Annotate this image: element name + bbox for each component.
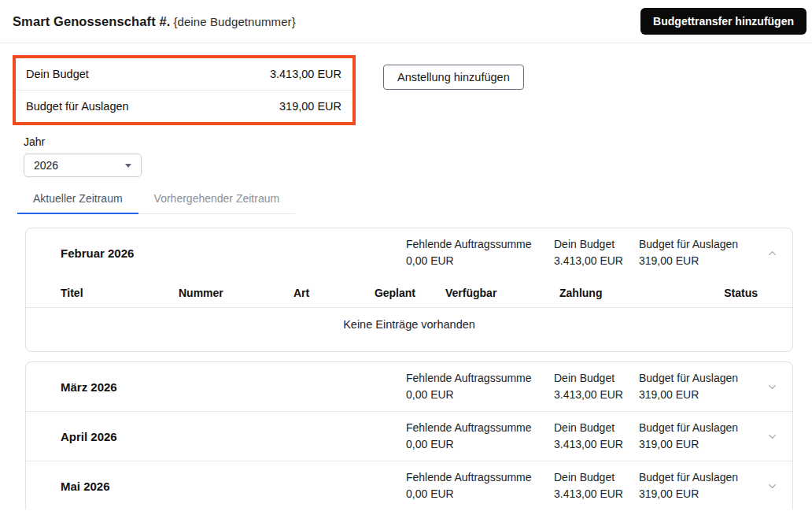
stat-dein-budget: Dein Budget 3.413,00 EUR xyxy=(554,236,626,269)
stat-dein-budget: Dein Budget 3.413,00 EUR xyxy=(554,420,626,453)
stat-value: 3.413,00 EUR xyxy=(554,486,626,502)
month-title: Mai 2026 xyxy=(61,480,110,493)
year-filter-label: Jahr xyxy=(24,135,812,148)
stat-value: 319,00 EUR xyxy=(639,436,757,453)
page-title: Smart Genossenschaft #.{deine Budgetnumm… xyxy=(13,14,296,29)
stat-budget-auslagen: Budget für Auslagen 319,00 EUR xyxy=(639,469,757,502)
month-row-mai[interactable]: Mai 2026 Fehlende Auftragssumme 0,00 EUR… xyxy=(26,461,792,509)
stat-value: 3.413,00 EUR xyxy=(554,387,626,403)
page-title-main: Smart Genossenschaft #. xyxy=(13,14,170,28)
collapsed-months-list: März 2026 Fehlende Auftragssumme 0,00 EU… xyxy=(25,361,793,509)
stat-value: 3.413,00 EUR xyxy=(554,253,626,269)
stat-label: Dein Budget xyxy=(554,236,626,253)
month-header[interactable]: Februar 2026 Fehlende Auftragssumme 0,00… xyxy=(26,228,792,277)
budget-row-dein-budget: Dein Budget 3.413,00 EUR xyxy=(16,58,352,90)
month-row-maerz[interactable]: März 2026 Fehlende Auftragssumme 0,00 EU… xyxy=(26,362,792,411)
month-title: April 2026 xyxy=(61,430,117,443)
column-header-art: Art xyxy=(293,280,337,307)
anstellung-hinzufuegen-button[interactable]: Anstellung hinzufügen xyxy=(383,65,524,90)
stat-label: Dein Budget xyxy=(554,469,626,486)
page-title-placeholder: {deine Budgetnummer} xyxy=(173,15,295,28)
chevron-down-icon[interactable] xyxy=(766,480,778,492)
tab-aktueller-zeitraum[interactable]: Aktueller Zeitraum xyxy=(17,185,138,213)
month-stats: Fehlende Auftragssumme 0,00 EUR Dein Bud… xyxy=(406,370,757,403)
main-content: Dein Budget 3.413,00 EUR Budget für Ausl… xyxy=(0,43,812,509)
stat-value: 3.413,00 EUR xyxy=(554,436,626,453)
column-header-geplant: Geplant xyxy=(337,280,415,307)
stat-dein-budget: Dein Budget 3.413,00 EUR xyxy=(554,370,626,403)
period-tabs: Aktueller Zeitraum Vorhergehender Zeitra… xyxy=(17,185,295,214)
budget-label: Dein Budget xyxy=(26,68,89,80)
stat-label: Budget für Auslagen xyxy=(639,370,757,387)
budget-row-auslagen: Budget für Auslagen 319,00 EUR xyxy=(16,90,352,122)
budget-summary-box-annotated: Dein Budget 3.413,00 EUR Budget für Ausl… xyxy=(13,55,356,125)
stat-value: 0,00 EUR xyxy=(406,486,541,502)
month-card-expanded: Februar 2026 Fehlende Auftragssumme 0,00… xyxy=(25,228,793,352)
month-stats: Fehlende Auftragssumme 0,00 EUR Dein Bud… xyxy=(406,420,757,453)
stat-fehlende-auftragssumme: Fehlende Auftragssumme 0,00 EUR xyxy=(406,469,541,502)
month-row-april[interactable]: April 2026 Fehlende Auftragssumme 0,00 E… xyxy=(26,411,792,461)
column-header-titel: Titel xyxy=(61,280,179,307)
budget-label: Budget für Auslagen xyxy=(26,100,129,113)
stat-fehlende-auftragssumme: Fehlende Auftragssumme 0,00 EUR xyxy=(406,370,541,403)
budget-summary-row: Dein Budget 3.413,00 EUR Budget für Ausl… xyxy=(13,55,812,125)
stat-label: Fehlende Auftragssumme xyxy=(406,420,541,436)
stat-label: Fehlende Auftragssumme xyxy=(406,370,541,387)
stat-label: Budget für Auslagen xyxy=(639,469,757,486)
month-stats: Fehlende Auftragssumme 0,00 EUR Dein Bud… xyxy=(406,236,757,269)
stat-label: Dein Budget xyxy=(554,420,626,436)
column-header-status: Status xyxy=(640,280,758,307)
year-select[interactable]: 2026 xyxy=(24,154,142,177)
month-title: Februar 2026 xyxy=(61,246,134,260)
chevron-down-icon[interactable] xyxy=(766,381,778,393)
column-header-verfuegbar: Verfügbar xyxy=(415,280,530,307)
stat-budget-auslagen: Budget für Auslagen 319,00 EUR xyxy=(639,236,757,269)
chevron-up-icon[interactable] xyxy=(766,247,778,259)
entries-table-header: Titel Nummer Art Geplant Verfügbar Zahlu… xyxy=(26,280,792,307)
stat-label: Fehlende Auftragssumme xyxy=(406,236,541,253)
stat-value: 0,00 EUR xyxy=(406,387,541,403)
chevron-down-icon[interactable] xyxy=(766,431,778,443)
stat-budget-auslagen: Budget für Auslagen 319,00 EUR xyxy=(639,370,757,403)
stat-label: Fehlende Auftragssumme xyxy=(406,469,541,486)
stat-value: 319,00 EUR xyxy=(639,387,757,403)
budget-value: 319,00 EUR xyxy=(279,100,341,113)
stat-label: Budget für Auslagen xyxy=(639,420,757,436)
stat-value: 0,00 EUR xyxy=(406,253,541,269)
column-header-zahlung: Zahlung xyxy=(530,280,640,307)
budget-value: 3.413,00 EUR xyxy=(270,68,341,80)
stat-fehlende-auftragssumme: Fehlende Auftragssumme 0,00 EUR xyxy=(406,236,541,269)
month-title: März 2026 xyxy=(61,380,117,394)
month-stats: Fehlende Auftragssumme 0,00 EUR Dein Bud… xyxy=(406,469,757,502)
stat-value: 319,00 EUR xyxy=(639,253,757,269)
column-header-nummer: Nummer xyxy=(179,280,293,307)
stat-label: Dein Budget xyxy=(554,370,626,387)
stat-budget-auslagen: Budget für Auslagen 319,00 EUR xyxy=(639,420,757,453)
stat-value: 319,00 EUR xyxy=(639,486,757,502)
budgettransfer-hinzufuegen-button[interactable]: Budgettransfer hinzufügen xyxy=(640,8,806,35)
stat-fehlende-auftragssumme: Fehlende Auftragssumme 0,00 EUR xyxy=(406,420,541,453)
caret-down-icon xyxy=(125,164,131,168)
empty-state-message: Keine Einträge vorhanden xyxy=(26,308,792,351)
year-select-value: 2026 xyxy=(34,159,58,172)
stat-dein-budget: Dein Budget 3.413,00 EUR xyxy=(554,469,626,502)
stat-label: Budget für Auslagen xyxy=(639,236,757,253)
tab-vorhergehender-zeitraum[interactable]: Vorhergehender Zeitraum xyxy=(138,185,296,213)
app-header: Smart Genossenschaft #.{deine Budgetnumm… xyxy=(0,0,812,43)
stat-value: 0,00 EUR xyxy=(406,436,541,453)
